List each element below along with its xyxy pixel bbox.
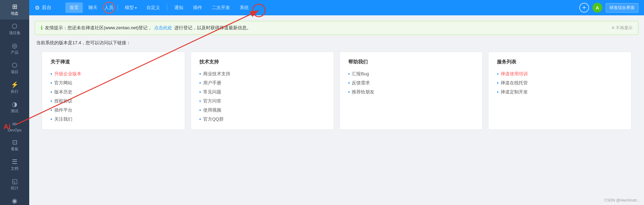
nav-item-model[interactable]: 模型 ▾ bbox=[121, 2, 141, 13]
topnav-right: + A 研发综合界面 bbox=[579, 3, 638, 13]
nav-item-plugin[interactable]: 插件 bbox=[189, 2, 206, 13]
card-title-tech-support: 技术支持 bbox=[199, 59, 325, 65]
sidebar-label-kanban: 看板 bbox=[11, 146, 18, 152]
sidebar-label-document: 文档 bbox=[11, 166, 18, 171]
list-item: 官方QQ群 bbox=[199, 116, 325, 122]
sidebar-label-project-set: 项目集 bbox=[9, 30, 21, 36]
list-item: 商业技术支持 bbox=[199, 71, 325, 77]
list-item: 关注我们 bbox=[50, 116, 176, 122]
nav-divider-3 bbox=[118, 4, 118, 11]
nav-item-devdep[interactable]: 二次开发 bbox=[208, 2, 234, 13]
sidebar-icon-product: ◎ bbox=[12, 43, 17, 49]
sidebar-label-dashboard-home: 地盘 bbox=[11, 11, 18, 16]
brand-icon: ⚙ bbox=[35, 5, 40, 11]
sidebar-icon-dashboard-home: ⊞ bbox=[12, 3, 17, 10]
content-area: ℹ 友情提示：您还未在禅道社区(www.zentao.net)登记， 点击此处 … bbox=[29, 15, 644, 205]
list-item: 禅道在线托管 bbox=[497, 80, 623, 86]
sidebar-label-project: 项目 bbox=[11, 69, 18, 75]
card-title-help-us: 帮助我们 bbox=[348, 59, 474, 65]
nav-item-notify[interactable]: 通知 bbox=[170, 2, 188, 13]
notice-left: ℹ 友情提示：您还未在禅道社区(www.zentao.net)登记， 点击此处 … bbox=[41, 25, 251, 31]
card-title-about: 关于禅道 bbox=[50, 59, 176, 65]
nav-item-chat[interactable]: 聊天 bbox=[84, 2, 102, 13]
sidebar-item-product[interactable]: ◎ 产品 bbox=[0, 39, 29, 59]
switch-interface-button[interactable]: 研发综合界面 bbox=[606, 3, 638, 13]
cards-container: 关于禅道升级企业版本官方网站版本历史授权协议插件平台关注我们技术支持商业技术支持… bbox=[35, 52, 638, 130]
nav-item-system[interactable]: 系统 bbox=[236, 2, 253, 13]
list-item: 官方网站 bbox=[50, 80, 176, 86]
card-about: 关于禅道升级企业版本官方网站版本历史授权协议插件平台关注我们 bbox=[42, 52, 185, 130]
nav-divider-5 bbox=[167, 4, 167, 11]
sidebar-icon-project: ⬡ bbox=[12, 62, 17, 68]
notice-bar: ℹ 友情提示：您还未在禅道社区(www.zentao.net)登记， 点击此处 … bbox=[35, 21, 638, 35]
card-link-service-list-0[interactable]: 禅道使用培训 bbox=[501, 71, 528, 77]
sidebar-label-devops: DevOps bbox=[8, 128, 22, 132]
watermark: CSDN @HanXinstr... bbox=[604, 198, 640, 202]
list-item: 授权协议 bbox=[50, 98, 176, 104]
sidebar-item-kanban[interactable]: ⊡ 看板 bbox=[0, 136, 29, 155]
sidebar-item-document[interactable]: ☰ 文档 bbox=[0, 155, 29, 175]
list-item: 用户手册 bbox=[199, 80, 325, 86]
sidebar-icon-project-set: ⬡ bbox=[12, 23, 17, 29]
card-service-list: 服务列表禅道使用培训禅道在线托管禅道定制开发 bbox=[488, 52, 631, 130]
nav-item-custom[interactable]: 自定义 bbox=[142, 2, 164, 13]
list-item: 禅道定制开发 bbox=[497, 89, 623, 95]
top-menu: 首页聊天人员模型 ▾自定义通知插件二次开发系统 bbox=[65, 2, 579, 14]
main-area: ⚙ 后台 首页聊天人员模型 ▾自定义通知插件二次开发系统 + A 研发综合界面 … bbox=[29, 0, 644, 205]
brand-logo: ⚙ 后台 bbox=[35, 5, 51, 11]
card-list-tech-support: 商业技术支持用户手册常见问题官方问答使用视频官方QQ群 bbox=[199, 71, 325, 122]
sidebar-item-project[interactable]: ⬡ 项目 bbox=[0, 59, 29, 78]
card-help-us: 帮助我们汇报Bug反馈需求推荐给朋友 bbox=[340, 52, 483, 130]
sidebar-icon-stats: ◱ bbox=[12, 178, 18, 184]
sidebar-item-devops[interactable]: ∞ DevOps bbox=[0, 117, 29, 136]
list-item: 插件平台 bbox=[50, 107, 176, 113]
dropdown-icon-model: ▾ bbox=[135, 6, 137, 10]
sidebar-icon-execute: ⚡ bbox=[11, 82, 18, 88]
sidebar-item-project-set[interactable]: ⬡ 项目集 bbox=[0, 20, 29, 39]
notice-link[interactable]: 点击此处 bbox=[154, 25, 172, 31]
notice-text-after: 进行登记，以及时获得禅道最新信息。 bbox=[174, 25, 251, 31]
notice-icon: ℹ bbox=[41, 25, 43, 31]
sidebar-item-execute[interactable]: ⚡ 执行 bbox=[0, 78, 29, 98]
card-list-about: 升级企业版本官方网站版本历史授权协议插件平台关注我们 bbox=[50, 71, 176, 122]
version-info: 当前系统的版本是17.4，您可以访问以下链接： bbox=[35, 40, 638, 46]
list-item: 汇报Bug bbox=[348, 71, 474, 77]
list-item: 推荐给朋友 bbox=[348, 89, 474, 95]
card-list-service-list: 禅道使用培训禅道在线托管禅道定制开发 bbox=[497, 71, 623, 95]
sidebar-icon-kanban: ⊡ bbox=[12, 139, 17, 145]
nav-item-home[interactable]: 首页 bbox=[65, 2, 83, 13]
user-avatar[interactable]: A bbox=[593, 3, 602, 13]
nav-item-personnel[interactable]: 人员 bbox=[103, 2, 115, 14]
list-item: 禅道使用培训 bbox=[497, 71, 623, 77]
sidebar-item-org[interactable]: ◉ 组织 bbox=[0, 194, 29, 205]
top-navigation: ⚙ 后台 首页聊天人员模型 ▾自定义通知插件二次开发系统 + A 研发综合界面 bbox=[29, 0, 644, 15]
card-link-about-0[interactable]: 升级企业版本 bbox=[54, 71, 81, 77]
sidebar-icon-document: ☰ bbox=[12, 159, 17, 165]
sidebar-label-execute: 执行 bbox=[11, 89, 18, 94]
sidebar-label-test: 测试 bbox=[11, 108, 18, 114]
list-item: 官方问答 bbox=[199, 98, 325, 104]
list-item: 版本历史 bbox=[50, 89, 176, 95]
add-button[interactable]: + bbox=[579, 3, 589, 13]
list-item: 升级企业版本 bbox=[50, 71, 176, 77]
sidebar-item-test[interactable]: ◑ 测试 bbox=[0, 98, 29, 117]
sidebar-item-stats[interactable]: ◱ 统计 bbox=[0, 175, 29, 194]
sidebar-icon-devops: ∞ bbox=[13, 121, 17, 127]
sidebar-label-stats: 统计 bbox=[11, 185, 18, 191]
notice-close-button[interactable]: ✕ 不再显示 bbox=[611, 25, 633, 31]
sidebar-label-product: 产品 bbox=[11, 50, 18, 55]
list-item: 使用视频 bbox=[199, 107, 325, 113]
notice-text-before: 友情提示：您还未在禅道社区(www.zentao.net)登记， bbox=[45, 25, 152, 31]
card-tech-support: 技术支持商业技术支持用户手册常见问题官方问答使用视频官方QQ群 bbox=[191, 52, 334, 130]
sidebar-icon-test: ◑ bbox=[12, 101, 17, 107]
card-list-help-us: 汇报Bug反馈需求推荐给朋友 bbox=[348, 71, 474, 95]
card-title-service-list: 服务列表 bbox=[497, 59, 623, 65]
list-item: 反馈需求 bbox=[348, 80, 474, 86]
sidebar: ⊞ 地盘 ⬡ 项目集 ◎ 产品 ⬡ 项目 ⚡ 执行 ◑ 测试 ∞ DevOps … bbox=[0, 0, 29, 205]
brand-label: 后台 bbox=[42, 5, 51, 11]
sidebar-item-dashboard-home[interactable]: ⊞ 地盘 bbox=[0, 0, 29, 20]
list-item: 常见问题 bbox=[199, 89, 325, 95]
sidebar-icon-org: ◉ bbox=[12, 198, 17, 204]
